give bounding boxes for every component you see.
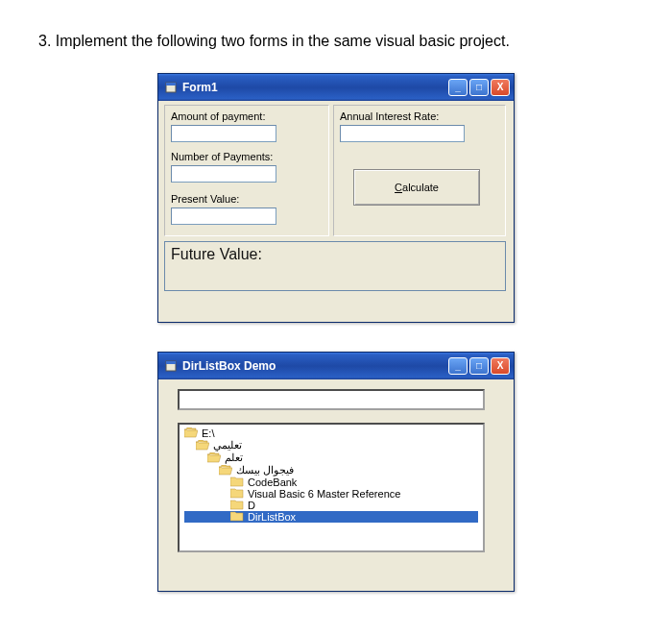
folder-open-icon [219, 465, 232, 476]
form1-titlebar[interactable]: Form1 _ □ X [158, 74, 514, 101]
file-list-box[interactable] [178, 389, 485, 410]
folder-closed-icon [230, 511, 244, 522]
dir-item-label: Visual Basic 6 Master Reference [248, 488, 400, 500]
dir-item[interactable]: Visual Basic 6 Master Reference [184, 488, 478, 500]
dir-item-label: فيجوال بيسك [236, 464, 294, 476]
dir-item[interactable]: D [184, 500, 478, 511]
folder-open-icon [207, 452, 221, 463]
future-value-label: Future Value: [171, 246, 262, 263]
calculate-button[interactable]: Calculate [353, 169, 480, 206]
numpayments-label: Number of Payments: [169, 150, 275, 163]
folder-closed-icon [230, 500, 244, 510]
dir-item[interactable]: فيجوال بيسك [184, 464, 478, 476]
amount-input[interactable] [171, 125, 276, 142]
left-frame: Amount of payment: Number of Payments: P… [164, 105, 329, 236]
dir-item-label: تعلم [225, 452, 243, 464]
dir-item[interactable]: CodeBank [184, 476, 478, 488]
dir-list-box[interactable]: E:\تعليميتعلمفيجوال بيسكCodeBankVisual B… [178, 423, 485, 552]
app-icon [164, 359, 178, 373]
folder-open-icon [184, 427, 198, 438]
rate-input[interactable] [340, 125, 465, 142]
form2-body: E:\تعليميتعلمفيجوال بيسكCodeBankVisual B… [158, 379, 514, 591]
dir-item[interactable]: تعلم [184, 452, 478, 464]
numpayments-input[interactable] [171, 165, 276, 183]
close-button[interactable]: X [491, 357, 510, 375]
form1-window: Form1 _ □ X Amount of payment: Number of… [157, 73, 515, 323]
dir-item-label: CodeBank [248, 476, 297, 488]
dir-item-label: تعليمي [213, 439, 242, 452]
rate-label: Annual Interest Rate: [338, 110, 441, 123]
form1-title: Form1 [182, 81, 446, 94]
dir-item[interactable]: DirListBox [184, 511, 478, 523]
presentvalue-input[interactable] [171, 208, 276, 225]
minimize-button[interactable]: _ [448, 79, 468, 96]
svg-rect-3 [166, 361, 176, 364]
future-value-frame: Future Value: [164, 241, 506, 291]
right-frame: Annual Interest Rate: Calculate [333, 105, 506, 236]
dir-item-label: D [248, 500, 255, 511]
folder-closed-icon [230, 488, 244, 499]
dir-item[interactable]: E:\ [184, 427, 478, 439]
close-button[interactable]: X [491, 79, 510, 96]
folder-closed-icon [230, 476, 244, 487]
amount-label: Amount of payment: [169, 110, 267, 123]
maximize-button[interactable]: □ [469, 357, 489, 375]
dir-item[interactable]: تعليمي [184, 439, 478, 452]
form2-window: DirListBox Demo _ □ X E:\تعليميتعلمفيجوا… [157, 352, 515, 592]
svg-rect-1 [166, 83, 176, 85]
app-icon [164, 81, 178, 94]
presentvalue-label: Present Value: [169, 192, 241, 206]
question-text: 3. Implement the following two forms in … [38, 29, 634, 54]
minimize-button[interactable]: _ [448, 357, 468, 375]
form2-titlebar[interactable]: DirListBox Demo _ □ X [158, 353, 514, 379]
dir-item-label: DirListBox [248, 511, 296, 523]
maximize-button[interactable]: □ [469, 79, 489, 96]
folder-open-icon [196, 440, 209, 451]
form1-body: Amount of payment: Number of Payments: P… [158, 101, 514, 322]
form2-title: DirListBox Demo [182, 359, 446, 373]
dir-item-label: E:\ [202, 427, 214, 439]
